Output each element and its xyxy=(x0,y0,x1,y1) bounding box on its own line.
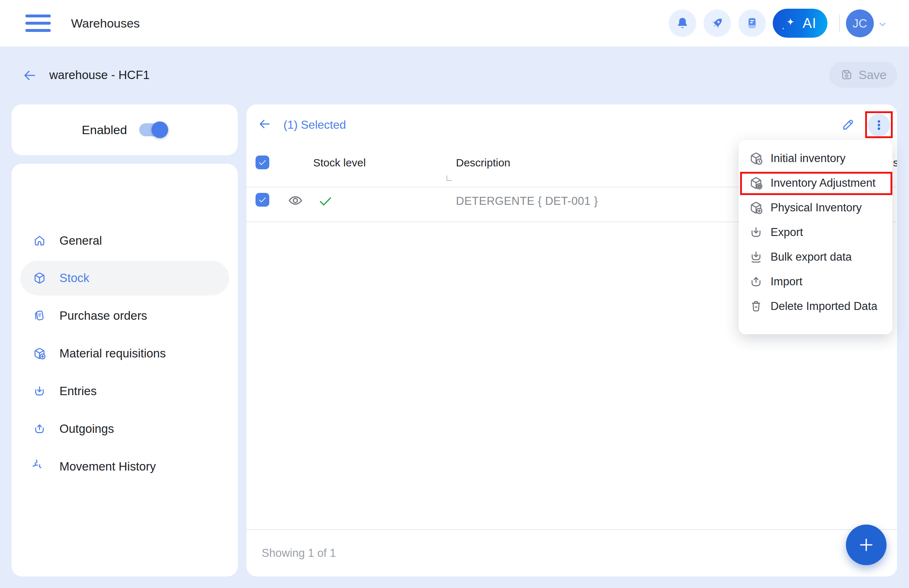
kebab-menu-icon xyxy=(873,119,885,131)
sparkle-icon xyxy=(784,17,797,30)
cube-gear-icon xyxy=(749,176,763,190)
column-resize-handle[interactable] xyxy=(447,176,452,181)
eye-icon[interactable] xyxy=(287,192,304,208)
sidebar-item-label: Entries xyxy=(60,384,97,398)
launch-button[interactable] xyxy=(704,10,731,37)
hamburger-menu-icon[interactable] xyxy=(25,15,51,32)
note-icon xyxy=(745,16,759,31)
toggle-knob xyxy=(152,121,168,138)
sidebar-item-material-requisitions[interactable]: Material requisitions xyxy=(20,336,229,371)
sidebar-item-label: Stock xyxy=(60,271,89,285)
enabled-card: Enabled xyxy=(11,104,238,155)
menu-item-inventory-adjustment[interactable]: Inventory Adjustment xyxy=(739,171,892,195)
menu-item-label: Inventory Adjustment xyxy=(770,176,876,190)
account-chevron-down-icon[interactable] xyxy=(877,19,888,30)
cube-plus-icon xyxy=(32,347,47,360)
menu-item-export[interactable]: Export xyxy=(739,220,892,245)
column-header-stock-level[interactable]: Stock level xyxy=(313,156,366,170)
menu-item-label: Initial inventory xyxy=(770,152,846,165)
row-checkbox[interactable] xyxy=(255,193,269,207)
sidebar-item-label: General xyxy=(60,234,102,247)
home-icon xyxy=(32,234,47,247)
menu-item-label: Bulk export data xyxy=(770,250,852,263)
stock-level-ok-icon xyxy=(318,193,333,209)
selection-count-label[interactable]: (1) Selected xyxy=(283,115,346,135)
column-header-clipped: s xyxy=(893,156,897,170)
column-header-description[interactable]: Description xyxy=(456,156,510,170)
ai-button-label: AI xyxy=(803,16,817,31)
check-icon xyxy=(258,158,267,167)
small-sparkle-icon xyxy=(781,27,785,31)
warehouse-app: Warehouses AI JC warehouse - HCF1 Save xyxy=(0,0,909,588)
bell-icon xyxy=(675,16,690,31)
page-back-arrow-icon[interactable] xyxy=(22,68,38,83)
history-icon xyxy=(32,460,47,473)
sidebar-item-stock[interactable]: Stock xyxy=(20,261,229,296)
trash-icon xyxy=(749,299,763,313)
selection-back-arrow-icon[interactable] xyxy=(257,117,272,131)
menu-item-import[interactable]: Import xyxy=(739,269,892,294)
user-avatar[interactable]: JC xyxy=(846,10,874,37)
rocket-icon xyxy=(710,16,725,31)
menu-item-label: Physical Inventory xyxy=(770,201,862,214)
save-button-label: Save xyxy=(859,68,887,82)
breadcrumb-title: warehouse - HCF1 xyxy=(49,61,150,89)
sidebar-item-label: Material requisitions xyxy=(60,347,166,360)
sidebar-item-label: Purchase orders xyxy=(60,309,147,323)
cube-plus-icon xyxy=(749,200,763,215)
menu-item-initial-inventory[interactable]: Initial inventory xyxy=(739,146,892,171)
add-button[interactable] xyxy=(846,525,886,565)
menu-item-physical-inventory[interactable]: Physical Inventory xyxy=(739,195,892,220)
more-actions-button[interactable] xyxy=(868,114,890,136)
menu-item-label: Import xyxy=(770,275,802,288)
sidebar-item-general[interactable]: General xyxy=(20,223,229,258)
plus-icon xyxy=(857,536,875,554)
floppy-disk-icon xyxy=(840,68,854,82)
check-icon xyxy=(258,195,267,204)
warehouse-sidebar: General Stock Purchase orders Material r… xyxy=(11,164,238,577)
pagination-status: Showing 1 of 1 xyxy=(262,546,336,561)
page-title: Warehouses xyxy=(71,0,140,47)
download-icon xyxy=(749,225,763,240)
avatar-initials: JC xyxy=(852,17,867,31)
ai-assistant-button[interactable]: AI xyxy=(773,9,827,38)
sidebar-item-purchase-orders[interactable]: Purchase orders xyxy=(20,298,229,333)
receipt-icon xyxy=(32,309,47,323)
sidebar-item-outgoings[interactable]: Outgoings xyxy=(20,412,229,446)
more-actions-menu: Initial inventory Inventory Adjustment P… xyxy=(739,140,892,334)
menu-item-label: Delete Imported Data xyxy=(770,300,877,313)
menu-item-bulk-export-data[interactable]: Bulk export data xyxy=(739,245,892,269)
notifications-button[interactable] xyxy=(669,10,696,37)
sidebar-item-label: Movement History xyxy=(60,460,156,473)
sidebar-item-label: Outgoings xyxy=(60,422,114,436)
upload-icon xyxy=(32,422,47,436)
download-icon xyxy=(32,384,47,398)
menu-item-delete-imported-data[interactable]: Delete Imported Data xyxy=(739,294,892,319)
topbar-divider xyxy=(839,15,840,32)
cube-clock-icon xyxy=(749,151,763,166)
menu-item-label: Export xyxy=(770,226,803,239)
sidebar-item-entries[interactable]: Entries xyxy=(20,374,229,409)
save-button[interactable]: Save xyxy=(829,61,897,88)
enabled-toggle[interactable] xyxy=(139,123,168,137)
notes-button[interactable] xyxy=(738,10,766,37)
select-all-checkbox[interactable] xyxy=(255,155,269,169)
edit-pencil-icon[interactable] xyxy=(841,118,855,132)
download-tray-icon xyxy=(749,250,763,264)
enabled-label: Enabled xyxy=(82,123,127,137)
cube-icon xyxy=(32,271,47,285)
footer-divider xyxy=(247,529,897,530)
upload-icon xyxy=(749,275,763,289)
top-bar: Warehouses AI JC xyxy=(0,0,909,47)
row-description[interactable]: DETERGENTE { DET-001 } xyxy=(456,194,598,208)
sidebar-item-movement-history[interactable]: Movement History xyxy=(20,449,229,484)
